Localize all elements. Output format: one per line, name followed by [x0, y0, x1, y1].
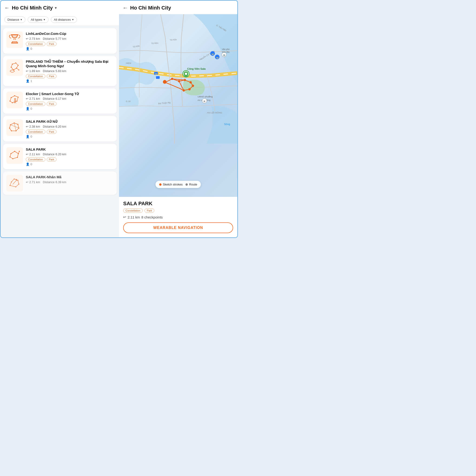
route-icon-4 [6, 119, 23, 136]
svg-text:🏛: 🏛 [203, 100, 205, 102]
svg-line-13 [17, 68, 19, 70]
route-name-4: SALA PARK-Xử Nữ [26, 119, 113, 124]
route-name-5: SALA PARK [26, 147, 113, 152]
svg-point-92 [189, 81, 192, 84]
svg-text:🚌: 🚌 [216, 56, 219, 59]
right-title: Ho Chi Minh City [130, 5, 171, 11]
route-list: LinhLanDeCor.Com-Cúp ↩ 2.73 km Distance … [1, 26, 119, 238]
svg-text:🚌: 🚌 [211, 52, 214, 55]
svg-line-22 [17, 97, 18, 101]
route-icon-5 [6, 147, 23, 164]
left-header: ← Ho Chi Minh City ▼ [1, 1, 119, 14]
route-info-1: LinhLanDeCor.Com-Cúp ↩ 2.73 km Distance … [26, 31, 113, 51]
svg-point-90 [178, 80, 180, 82]
info-tags: Constellation Park [123, 208, 233, 213]
svg-line-61 [18, 151, 19, 154]
svg-text:AN LỢI ĐÔNG: AN LỢI ĐÔNG [207, 111, 222, 114]
map-area[interactable]: 🏃 🚌 Công Viên Sala Tô Hữu Tô Hữu Tô Hữu … [119, 14, 237, 197]
route-participants-2: 👤1 [26, 79, 113, 83]
info-route-name: SALA PARK [123, 201, 233, 207]
svg-line-41 [18, 124, 19, 128]
info-stats: ↩ 2.11 km 8 checkpoints [123, 215, 233, 219]
svg-line-56 [15, 151, 18, 154]
tag-park-1: Park [47, 42, 57, 46]
info-tag-constellation: Constellation [123, 208, 143, 213]
svg-point-91 [184, 79, 186, 81]
info-tag-park: Park [145, 208, 154, 213]
svg-point-95 [183, 89, 185, 92]
svg-line-20 [11, 96, 15, 98]
route-tags-5: Constellation Park [26, 157, 113, 162]
wearable-navigation-button[interactable]: WEARABLE NAVIGATION [123, 222, 233, 233]
map-legend: Sketch strokes Route [155, 181, 201, 188]
svg-line-59 [10, 157, 13, 159]
route-participants-4: 👤0 [26, 135, 113, 138]
filter-types-arrow: ▼ [43, 18, 46, 21]
legend-sketch: Sketch strokes [159, 183, 183, 186]
route-stats-3: ↩ 2.71 km Distance 6.17 km [26, 97, 113, 101]
svg-line-58 [13, 157, 17, 159]
route-stats-4: ↩ 2.38 km Distance 6.20 km [26, 125, 113, 128]
tag-constellation-4: Constellation [26, 130, 45, 134]
participants-icon-1: 👤 [26, 47, 30, 51]
right-city-name: Ho Chi Minh City [130, 5, 171, 11]
svg-line-72 [10, 186, 16, 187]
route-tags-4: Constellation Park [26, 130, 113, 134]
list-item[interactable]: Elocker | Smart Locker-Song Tử ↩ 2.71 km… [3, 88, 117, 114]
list-item[interactable]: SALA PARK ↩ 2.11 km Distance 6.20 km Con… [3, 144, 117, 170]
svg-text:HIEM: HIEM [126, 62, 131, 64]
svg-rect-101 [156, 76, 160, 79]
route-icon-2 [6, 59, 23, 76]
route-stats-6: ↩ 2.71 km Distance 6.39 km [26, 180, 113, 184]
tag-constellation-2: Constellation [26, 74, 45, 78]
list-item[interactable]: SALA PARK-Nhân Mã ↩ 2.71 km Distance 6.3… [3, 171, 117, 195]
svg-line-31 [15, 102, 16, 103]
route-info-2: PROLAND THỦ THIÊM – Chuyển nhượng Sala Đ… [26, 59, 113, 83]
filter-distance[interactable]: Distance ▼ [4, 17, 25, 23]
svg-text:G 18: G 18 [126, 100, 130, 102]
list-item[interactable]: SALA PARK-Xử Nữ ↩ 2.38 km Distance 6.20 … [3, 116, 117, 142]
info-panel: SALA PARK Constellation Park ↩ 2.11 km 8… [119, 197, 237, 238]
route-stats-5: ↩ 2.11 km Distance 6.20 km [26, 153, 113, 156]
list-item[interactable]: LinhLanDeCor.Com-Cúp ↩ 2.73 km Distance … [3, 28, 117, 54]
legend-sketch-label: Sketch strokes [163, 183, 183, 186]
svg-line-55 [11, 151, 15, 154]
route-dist-icon-1: ↩ [26, 37, 28, 40]
svg-text:Bùi Thiện Ng.: Bùi Thiện Ng. [158, 101, 171, 105]
route-info-3: Elocker | Smart Locker-Song Tử ↩ 2.71 km… [26, 92, 113, 111]
svg-text:🚌: 🚌 [155, 72, 158, 75]
left-city-name: Ho Chi Minh City [12, 5, 53, 11]
left-title: Ho Chi Minh City ▼ [12, 5, 57, 11]
tag-park-2: Park [47, 74, 57, 78]
route-stats-1: ↩ 2.73 km Distance 5.77 km [26, 37, 113, 40]
left-title-dropdown-icon[interactable]: ▼ [54, 6, 57, 10]
svg-line-9 [17, 65, 18, 68]
svg-line-39 [10, 123, 14, 125]
map-header: ← Ho Chi Minh City [119, 1, 237, 14]
route-name-6: SALA PARK-Nhân Mã [26, 175, 113, 179]
svg-line-8 [16, 63, 18, 65]
svg-line-24 [10, 101, 12, 103]
svg-text:Sông: Sông [224, 123, 230, 125]
svg-text:Tô Hữu: Tô Hữu [170, 38, 177, 41]
svg-line-73 [10, 182, 11, 186]
left-panel: ← Ho Chi Minh City ▼ Distance ▼ All type… [1, 1, 119, 238]
svg-line-71 [16, 184, 19, 187]
filter-distances[interactable]: All distances ▼ [51, 17, 77, 23]
route-participants-1: 👤 0 [26, 47, 113, 51]
route-info-6: SALA PARK-Nhân Mã ↩ 2.71 km Distance 6.3… [26, 175, 113, 185]
map-svg: 🏃 🚌 Công Viên Sala Tô Hữu Tô Hữu Tô Hữu … [119, 14, 237, 144]
right-back-button[interactable]: ← [123, 5, 128, 11]
filter-types[interactable]: All types ▼ [28, 17, 48, 23]
svg-line-44 [10, 128, 11, 131]
svg-line-45 [10, 125, 10, 128]
svg-line-11 [11, 67, 14, 70]
svg-line-60 [10, 154, 11, 157]
svg-line-70 [18, 180, 19, 184]
list-item[interactable]: PROLAND THỦ THIÊM – Chuyển nhượng Sala Đ… [3, 56, 117, 86]
route-icon-1 [6, 31, 23, 48]
left-back-button[interactable]: ← [4, 5, 10, 11]
legend-route-dot [186, 183, 188, 186]
info-distance-icon: ↩ [123, 215, 126, 219]
svg-text:Công Viên Sala: Công Viên Sala [187, 68, 206, 70]
